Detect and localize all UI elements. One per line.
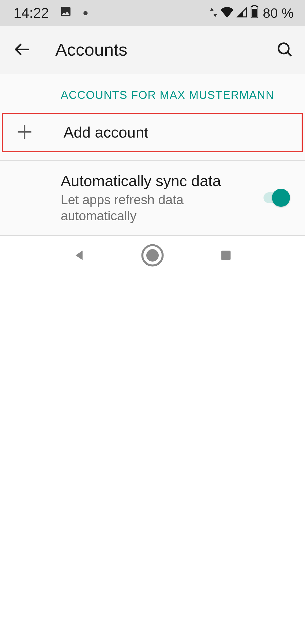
auto-sync-toggle[interactable]: [263, 189, 290, 207]
add-account-highlight: Add account: [2, 113, 303, 152]
data-arrows-icon: [209, 5, 218, 21]
search-button[interactable]: [276, 40, 294, 58]
add-account-row[interactable]: Add account: [3, 114, 302, 151]
wifi-icon: [221, 5, 234, 21]
page-title: Accounts: [55, 40, 276, 60]
svg-line-3: [287, 52, 291, 56]
add-account-label: Add account: [64, 123, 282, 142]
back-button[interactable]: [14, 41, 30, 58]
svg-rect-0: [252, 9, 257, 17]
signal-icon: [236, 5, 248, 21]
auto-sync-title: Automatically sync data: [61, 171, 251, 191]
section-header: Accounts for Max Mustermann: [0, 73, 305, 113]
nav-home-button[interactable]: [137, 240, 168, 271]
battery-icon: [250, 5, 258, 21]
status-bar: 14:22 • 80 %: [0, 0, 305, 26]
auto-sync-row[interactable]: Automatically sync data Let apps refresh…: [0, 161, 305, 235]
nav-recent-button[interactable]: [210, 240, 241, 271]
navigation-bar: [0, 236, 305, 275]
app-bar: Accounts: [0, 26, 305, 73]
nav-back-button[interactable]: [64, 240, 95, 271]
status-time: 14:22: [14, 5, 49, 21]
content-area: Accounts for Max Mustermann Add account …: [0, 73, 305, 235]
svg-point-7: [146, 249, 159, 262]
image-icon: [60, 5, 72, 21]
plus-icon: [16, 124, 33, 141]
auto-sync-subtitle: Let apps refresh data automatically: [61, 192, 251, 224]
notification-dot-icon: •: [83, 4, 88, 22]
battery-percent: 80 %: [263, 5, 294, 21]
svg-rect-8: [221, 251, 231, 260]
